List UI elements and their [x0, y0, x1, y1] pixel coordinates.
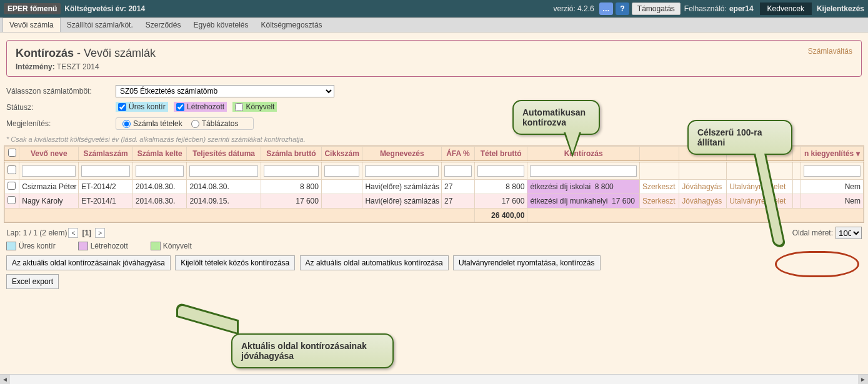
tab-other-claim[interactable]: Egyéb követelés	[187, 18, 254, 32]
cell-settlement: Nem	[801, 194, 863, 209]
approve-link[interactable]: Jóváhagyás	[682, 197, 722, 205]
hscroll-right-icon[interactable]: ►	[858, 375, 868, 385]
display-table-option[interactable]: Táblázatos	[191, 119, 239, 128]
pager-info: Lap: 1 / 1 (2 elem)	[6, 229, 67, 237]
table-row: Nagy KárolyET-2014/12014.08.30.2014.09.1…	[5, 194, 864, 209]
edit-link[interactable]: Szerkeszt	[642, 182, 676, 191]
pager-prev-button[interactable]: <	[68, 228, 78, 238]
status-empty-checkbox[interactable]	[118, 103, 126, 111]
common-contiroz-button[interactable]: Kijelölt tételek közös kontírozása	[175, 255, 295, 270]
institution-label: Intézmény:	[16, 62, 55, 71]
display-table-text: Táblázatos	[202, 119, 239, 128]
status-booked-checkbox[interactable]	[235, 103, 243, 111]
display-items-radio[interactable]	[122, 120, 131, 128]
favorites-button[interactable]: Kedvencek	[760, 2, 812, 15]
grid-filter-input[interactable]	[444, 165, 472, 177]
grid-header[interactable]: Számla bruttó	[261, 147, 321, 162]
tab-cost-sharing[interactable]: Költségmegosztás	[255, 18, 329, 32]
grid-header[interactable]	[792, 147, 801, 162]
support-button[interactable]: Támogatás	[632, 2, 681, 15]
grid-header[interactable]: Vevő neve	[19, 147, 79, 162]
tab-customer-invoice[interactable]: Vevői számla	[2, 17, 61, 32]
cell-approve: Jóváhagyás	[679, 194, 727, 209]
grid-total-row: 26 400,00	[5, 209, 864, 222]
page-size-select[interactable]: 100	[836, 227, 862, 239]
row-checkbox[interactable]	[7, 196, 16, 204]
grid-filter-cell	[362, 162, 442, 180]
logout-button[interactable]: Kijelentkezés	[817, 4, 864, 13]
grid-filter-input[interactable]	[530, 165, 637, 177]
grid-filter-input[interactable]	[365, 165, 439, 177]
row-checkbox[interactable]	[7, 182, 16, 190]
budget-year-label: Költségvetési év: 2014	[64, 4, 145, 13]
grid-filter-cell	[321, 162, 362, 180]
hscroll-track[interactable]	[10, 375, 858, 385]
grid-header[interactable]: Megnevezés	[362, 147, 442, 162]
grid-filter-input[interactable]	[804, 165, 861, 177]
grid-filter-input[interactable]	[264, 165, 319, 177]
pager-next-button[interactable]: >	[95, 228, 105, 238]
order-link[interactable]: Utalványrendelet	[729, 197, 786, 205]
grid-header[interactable]: Számla kelte	[132, 147, 187, 162]
top-bar: EPER főmenü Költségvetési év: 2014 verzi…	[0, 0, 868, 17]
chat-icon[interactable]: …	[599, 2, 613, 15]
grid-filter-input[interactable]	[189, 165, 257, 177]
select-all-checkbox[interactable]	[8, 149, 16, 157]
grid-filter-input[interactable]	[136, 165, 184, 177]
status-created-option[interactable]: Létrehozott	[174, 102, 227, 112]
header-dropdown-icon[interactable]: ▾	[854, 149, 859, 158]
edit-link[interactable]: Szerkeszt	[642, 197, 676, 205]
page-title-sub: - Vevői számlák	[74, 47, 156, 59]
display-items-option[interactable]: Számla tételek	[122, 119, 182, 128]
grid-filter-cell	[132, 162, 187, 180]
grid-header[interactable]: Számlaszám	[79, 147, 133, 162]
grid-filter-input[interactable]	[81, 165, 130, 177]
help-icon[interactable]: ?	[616, 2, 629, 15]
display-table-radio[interactable]	[191, 120, 199, 128]
tab-supplier-invoice[interactable]: Szállítói számla/köt.	[61, 18, 139, 32]
brand-badge[interactable]: EPER főmenü	[4, 3, 61, 14]
cell-settlement: Nem	[801, 180, 863, 194]
cell-item-gross: 8 800	[474, 180, 527, 194]
horizontal-scrollbar[interactable]: ◄ ►	[0, 374, 868, 384]
status-booked-text: Könyvelt	[246, 102, 274, 111]
legend-created: Létrehozott	[78, 242, 139, 250]
page-title-main: Kontírozás	[16, 47, 74, 59]
user-value: eper14	[729, 4, 754, 13]
grid-header[interactable]	[639, 147, 679, 162]
grid-filter-cell	[679, 162, 727, 180]
grid-header[interactable]: ÁFA %	[442, 147, 475, 162]
grid-header[interactable]: Teljesítés dátuma	[187, 147, 261, 162]
auto-contiroz-button[interactable]: Az aktuális oldal automatikus kontírozás…	[300, 255, 449, 270]
grid-header[interactable]: n kiegyenlítés ▾	[801, 147, 863, 162]
cell-spacer	[792, 180, 801, 194]
grid-filter-input[interactable]	[22, 165, 76, 177]
action-button-row-2: Excel export	[6, 274, 862, 289]
approve-link[interactable]: Jóváhagyás	[682, 182, 722, 191]
cell-edit: Szerkeszt	[639, 194, 679, 209]
filter-row-checkbox[interactable]	[7, 164, 16, 175]
invoice-switch-link[interactable]: Számlaváltás	[808, 47, 852, 56]
tab-contract[interactable]: Szerződés	[139, 18, 187, 32]
hscroll-left-icon[interactable]: ◄	[0, 375, 10, 385]
display-items-text: Számla tételek	[133, 119, 182, 128]
excel-export-button[interactable]: Excel export	[6, 274, 59, 289]
status-created-checkbox[interactable]	[176, 103, 184, 111]
cell-item-code	[321, 180, 362, 194]
legend-booked: Könyvelt	[151, 242, 203, 250]
grid-header[interactable]: Tétel bruttó	[474, 147, 527, 162]
order-link[interactable]: Utalványrendelet	[729, 182, 786, 191]
print-order-button[interactable]: Utalványrendelet nyomtatása, kontírozás	[453, 255, 600, 270]
cell-invoice-number: ET-2014/2	[79, 180, 133, 194]
grid-header[interactable]	[5, 147, 19, 162]
grid-header[interactable]: Kontírozás	[527, 147, 640, 162]
grid-header[interactable]: Cikkszám	[321, 147, 362, 162]
status-booked-option[interactable]: Könyvelt	[232, 102, 277, 112]
grid-total-value: 26 400,00	[474, 209, 527, 222]
approve-page-button[interactable]: Az aktuális oldal kontírozásainak jóváha…	[6, 255, 171, 270]
grid-filter-input[interactable]	[324, 165, 359, 177]
status-empty-option[interactable]: Üres kontír	[116, 102, 168, 112]
batch-select[interactable]: SZ05 Étkeztetés számlatömb	[116, 85, 334, 97]
pager-current: [1]	[82, 229, 91, 237]
grid-filter-input[interactable]	[477, 165, 524, 177]
